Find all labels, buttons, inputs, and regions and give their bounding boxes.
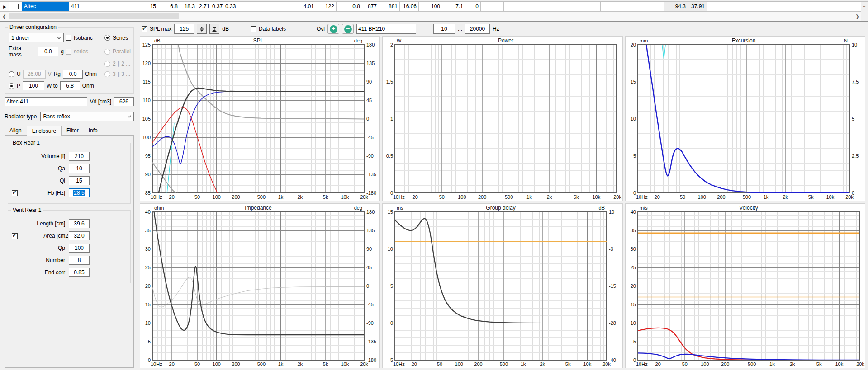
rg-input[interactable]: 0.0 [63, 70, 83, 79]
x-tick-label: 20 [412, 361, 417, 367]
table-cell[interactable]: 881 [379, 2, 400, 12]
table-cell[interactable]: 0 [465, 2, 481, 12]
x-tick-label: 10Hz [393, 194, 405, 200]
voltage-input[interactable]: 26.08 [23, 70, 46, 79]
group-title: Driver configuration [8, 24, 58, 30]
table-cell[interactable] [601, 2, 623, 12]
qp-input[interactable]: 100 [69, 244, 90, 253]
volume-input[interactable]: 210 [69, 152, 90, 161]
fb-checkbox[interactable] [12, 190, 18, 196]
series-checkbox[interactable]: series [66, 48, 103, 55]
table-cell[interactable] [641, 2, 664, 12]
table-cell[interactable]: 0.8 [337, 2, 362, 12]
qp-label: Qp [12, 245, 69, 251]
x-tick-label: 5k [816, 361, 821, 367]
y-tick-label: 5 [148, 339, 151, 344]
driver-count-select[interactable]: 1 driver [9, 33, 64, 42]
right-tick-label: -15 [609, 283, 616, 289]
scrollbar-track[interactable] [8, 12, 854, 21]
vent-area-input[interactable]: 32.0 [69, 231, 90, 240]
table-cell[interactable] [623, 2, 641, 12]
table-cell[interactable]: 0.37 [210, 2, 223, 12]
add-overlay-button[interactable]: + [327, 24, 339, 34]
checkbox-icon[interactable] [142, 26, 147, 32]
radio-icon[interactable] [104, 49, 110, 55]
radiator-type-select[interactable]: Bass reflex [40, 112, 134, 121]
y-tick-label: 2 [390, 42, 393, 47]
table-cell[interactable] [707, 2, 745, 12]
isobaric-checkbox[interactable]: Isobaric [66, 35, 103, 41]
p-radio[interactable] [9, 83, 14, 89]
freq-max-input[interactable]: 20000 [465, 24, 490, 34]
x-tick-label: 500 [500, 361, 508, 367]
series-radio[interactable]: Series [104, 35, 131, 41]
fb-input[interactable]: 28.5 [69, 188, 90, 197]
vd-input[interactable]: 626 [114, 97, 134, 106]
table-cell[interactable] [810, 2, 861, 12]
table-cell[interactable]: 411 [69, 2, 146, 12]
checkbox-icon[interactable] [66, 35, 71, 41]
remove-overlay-button[interactable]: − [342, 24, 354, 34]
table-horizontal-scrollbar[interactable] [0, 12, 868, 22]
table-cell[interactable]: Altec [22, 2, 69, 12]
table-cell[interactable]: 6.8 [158, 2, 180, 12]
qa-input[interactable]: 10 [69, 164, 90, 173]
scrollbar-thumb[interactable] [9, 13, 179, 19]
tab-align[interactable]: Align [5, 126, 27, 136]
table-vertical-scrollbar[interactable] [861, 2, 868, 12]
spl-max-checkbox[interactable]: SPL max [142, 26, 171, 32]
table-cell[interactable]: 37.91 [688, 2, 707, 12]
tab-info[interactable]: Info [84, 126, 103, 136]
two-parallel-two-radio[interactable]: 2 ∥ 2 ... [104, 61, 131, 67]
extra-mass-input[interactable]: 0.0 [38, 47, 59, 56]
table-cell[interactable]: 0.33 [223, 2, 237, 12]
checkbox-icon[interactable] [13, 4, 19, 9]
parallel-radio[interactable]: Parallel [104, 48, 131, 55]
table-cell[interactable] [745, 2, 810, 12]
spl-max-spinner-button[interactable] [197, 24, 207, 34]
table-cell[interactable] [504, 2, 601, 12]
table-cell[interactable]: 877 [362, 2, 379, 12]
ql-input[interactable]: 15 [69, 176, 90, 185]
table-cell[interactable] [481, 2, 504, 12]
vent-number-input[interactable]: 8 [69, 256, 90, 265]
power-impedance-input[interactable]: 6.8 [60, 81, 80, 90]
table-cell[interactable]: 15 [146, 2, 158, 12]
freq-min-input[interactable]: 10 [433, 24, 455, 34]
scroll-right-icon[interactable] [854, 12, 861, 21]
driver-select-checkbox-cell[interactable] [9, 2, 22, 12]
table-cell[interactable]: 94.3 [664, 2, 688, 12]
u-radio[interactable] [9, 71, 14, 77]
chart-power: PowerW21.510.5010Hz20501002005001k2k5k10… [383, 37, 622, 201]
checkbox-icon[interactable] [251, 26, 256, 32]
radio-icon[interactable] [104, 35, 110, 41]
scroll-left-icon[interactable] [0, 12, 8, 21]
area-checkbox[interactable] [12, 233, 18, 239]
checkbox-icon[interactable] [66, 49, 71, 55]
table-cell[interactable]: 2.71 [197, 2, 210, 12]
data-labels-checkbox[interactable]: Data labels [251, 26, 286, 32]
vent-length-input[interactable]: 39.6 [69, 219, 90, 228]
table-cell[interactable]: 7.1 [442, 2, 465, 12]
driver-name-field[interactable]: Altec 411 [5, 97, 87, 106]
end-correction-label: End corr [12, 269, 69, 276]
table-cell[interactable]: 16.06 [400, 2, 419, 12]
table-cell[interactable]: 100 [419, 2, 442, 12]
radio-icon[interactable] [104, 71, 110, 77]
tab-filter[interactable]: Filter [62, 126, 84, 136]
end-correction-input[interactable]: 0.85 [69, 268, 90, 277]
x-tick-label: 2k [547, 194, 552, 200]
table-cell[interactable]: 122 [316, 2, 337, 12]
x-tick-label: 50 [680, 194, 685, 200]
table-cell[interactable]: 4.01 [237, 2, 316, 12]
power-input[interactable]: 100 [23, 81, 44, 90]
three-parallel-three-radio[interactable]: 3 ∥ 3 ... [104, 71, 131, 77]
overlay-name-input[interactable]: 411 BR210 [356, 24, 416, 34]
fit-axis-button[interactable] [209, 24, 219, 34]
row-marker-icon [0, 2, 9, 12]
table-cell[interactable]: 18.3 [180, 2, 197, 12]
spl-max-input[interactable]: 125 [174, 24, 194, 34]
tab-enclosure[interactable]: Enclosure [27, 126, 62, 136]
radio-icon[interactable] [104, 61, 110, 67]
extra-mass-label: Extra mass [9, 45, 36, 58]
